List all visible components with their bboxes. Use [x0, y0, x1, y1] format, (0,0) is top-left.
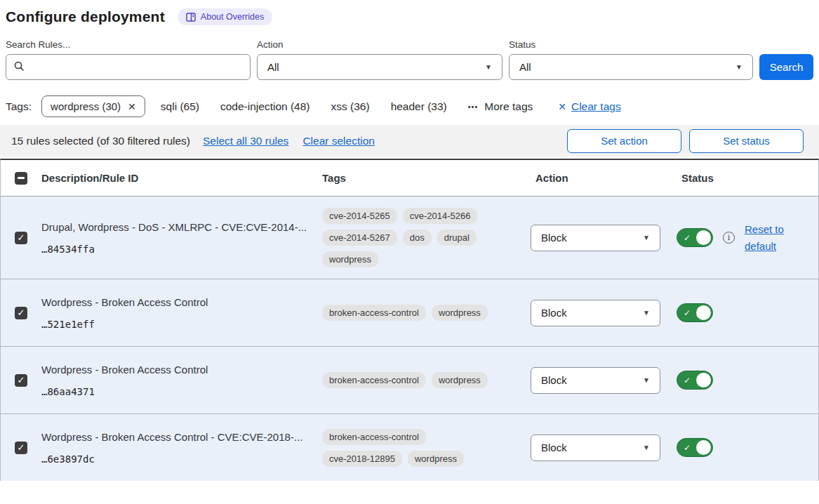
- rule-description: Wordpress - Broken Access Control: [41, 296, 312, 310]
- selection-summary: 15 rules selected (of 30 filtered rules): [11, 135, 190, 147]
- check-icon: ✓: [684, 308, 691, 318]
- selected-tag-chip[interactable]: wordpress (30) ✕: [41, 95, 145, 117]
- search-button[interactable]: Search: [759, 54, 813, 80]
- select-all-checkbox[interactable]: [15, 172, 27, 185]
- table-header-row: Description/Rule ID Tags Action Status: [1, 160, 818, 197]
- rule-description-cell: Wordpress - Broken Access Control - CVE:…: [41, 430, 322, 465]
- status-toggle[interactable]: ✓: [677, 371, 713, 390]
- chevron-down-icon: ▼: [735, 63, 743, 71]
- rule-id: …6e3897dc: [41, 453, 312, 465]
- check-icon: ✓: [18, 307, 25, 318]
- more-tags-button[interactable]: ••• More tags: [468, 100, 533, 113]
- selection-bar: 15 rules selected (of 30 filtered rules)…: [0, 125, 819, 157]
- tag-pill: broken-access-control: [322, 429, 426, 445]
- tag-filter-list: sqli (65)code-injection (48)xss (36)head…: [161, 100, 468, 113]
- action-filter-label: Action: [257, 39, 502, 50]
- column-header-status: Status: [677, 172, 818, 184]
- book-icon: [186, 13, 196, 22]
- rule-tags: broken-access-controlcve-2018-12895wordp…: [322, 429, 507, 467]
- rule-action-select[interactable]: Block ▼: [531, 225, 660, 251]
- about-overrides-badge[interactable]: About Overrides: [178, 8, 272, 25]
- tag-pill: cve-2018-12895: [322, 451, 402, 467]
- rule-action-select[interactable]: Block ▼: [531, 435, 660, 461]
- chevron-down-icon: ▼: [643, 376, 650, 384]
- remove-tag-icon[interactable]: ✕: [128, 101, 136, 112]
- tag-filter[interactable]: header (33): [391, 100, 447, 112]
- reset-to-default-link[interactable]: Reset to default: [745, 221, 788, 255]
- status-toggle[interactable]: ✓: [677, 303, 713, 322]
- check-icon: ✓: [18, 375, 25, 385]
- search-rules-label: Search Rules...: [6, 39, 251, 50]
- rule-tags: broken-access-controlwordpress: [322, 305, 507, 321]
- rule-id: …84534ffa: [41, 244, 312, 255]
- rule-id: …86aa4371: [41, 386, 312, 397]
- tag-pill: wordpress: [408, 451, 464, 467]
- rule-action-value: Block: [541, 374, 567, 386]
- rule-action-select[interactable]: Block ▼: [531, 367, 660, 394]
- filters-bar: Search Rules... Action All ▼ Status All …: [6, 39, 813, 80]
- rule-action-value: Block: [541, 442, 567, 453]
- tag-filter[interactable]: xss (36): [331, 100, 370, 112]
- set-action-button[interactable]: Set action: [567, 129, 681, 153]
- clear-tags-link[interactable]: ✕ Clear tags: [558, 100, 620, 113]
- tag-pill: broken-access-control: [322, 305, 426, 321]
- rule-tags: cve-2014-5265cve-2014-5266cve-2014-5267d…: [322, 208, 507, 267]
- tag-filter[interactable]: sqli (65): [161, 100, 199, 112]
- table-row: ✓ Wordpress - Broken Access Control …86a…: [1, 346, 818, 413]
- check-icon: ✓: [684, 376, 691, 385]
- status-filter-select[interactable]: All ▼: [509, 54, 753, 80]
- status-toggle[interactable]: ✓: [677, 438, 713, 457]
- table-body: ✓ Drupal, Wordpress - DoS - XMLRPC - CVE…: [1, 197, 818, 481]
- page-header: Configure deployment About Overrides: [6, 8, 813, 25]
- rule-description-cell: Drupal, Wordpress - DoS - XMLRPC - CVE:C…: [41, 220, 322, 255]
- tag-pill: wordpress: [432, 372, 488, 388]
- tags-label: Tags:: [6, 100, 32, 113]
- row-checkbox[interactable]: ✓: [15, 307, 27, 319]
- column-header-action: Action: [531, 172, 677, 184]
- row-checkbox[interactable]: ✓: [15, 232, 27, 244]
- row-checkbox[interactable]: ✓: [15, 374, 27, 387]
- action-filter-value: All: [267, 61, 279, 73]
- tag-pill: broken-access-control: [322, 372, 426, 388]
- status-toggle[interactable]: ✓: [677, 228, 713, 247]
- status-filter-label: Status: [509, 39, 753, 50]
- rule-tags: broken-access-controlwordpress: [322, 372, 507, 388]
- set-status-button[interactable]: Set status: [689, 129, 804, 153]
- column-header-tags: Tags: [322, 172, 531, 184]
- search-rules-box[interactable]: [6, 54, 251, 80]
- rule-action-select[interactable]: Block ▼: [531, 300, 660, 326]
- check-icon: ✓: [684, 233, 691, 243]
- check-icon: ✓: [684, 443, 691, 453]
- toggle-knob: [696, 230, 711, 245]
- info-icon[interactable]: i: [723, 232, 735, 244]
- page-title: Configure deployment: [6, 8, 165, 25]
- table-row: ✓ Wordpress - Broken Access Control - CV…: [1, 413, 818, 481]
- check-icon: ✓: [18, 442, 25, 453]
- row-checkbox[interactable]: ✓: [15, 442, 27, 454]
- rule-description: Drupal, Wordpress - DoS - XMLRPC - CVE:C…: [41, 220, 312, 234]
- rule-description-cell: Wordpress - Broken Access Control …86aa4…: [41, 363, 322, 397]
- tag-pill: wordpress: [322, 251, 378, 267]
- table-row: ✓ Drupal, Wordpress - DoS - XMLRPC - CVE…: [1, 197, 818, 279]
- chevron-down-icon: ▼: [643, 309, 650, 317]
- more-tags-label: More tags: [484, 100, 533, 113]
- check-icon: ✓: [18, 232, 25, 243]
- rule-id: …521e1eff: [41, 319, 312, 330]
- clear-selection-link[interactable]: Clear selection: [302, 135, 375, 147]
- toggle-knob: [696, 305, 711, 320]
- rule-description-cell: Wordpress - Broken Access Control …521e1…: [41, 296, 322, 330]
- tag-filter[interactable]: code-injection (48): [220, 100, 310, 112]
- toggle-knob: [696, 373, 711, 387]
- search-rules-input[interactable]: [30, 61, 243, 73]
- chevron-down-icon: ▼: [643, 444, 650, 451]
- about-overrides-label: About Overrides: [201, 12, 264, 22]
- tag-pill: cve-2014-5267: [322, 230, 397, 246]
- close-icon: ✕: [558, 101, 566, 112]
- selected-tag-label: wordpress (30): [51, 100, 121, 112]
- action-filter-select[interactable]: All ▼: [257, 54, 502, 80]
- tags-bar: Tags: wordpress (30) ✕ sqli (65)code-inj…: [6, 95, 813, 117]
- rule-description: Wordpress - Broken Access Control: [41, 363, 312, 377]
- status-filter-value: All: [519, 61, 531, 73]
- select-all-link[interactable]: Select all 30 rules: [203, 135, 288, 147]
- rules-table: Description/Rule ID Tags Action Status ✓…: [0, 159, 819, 481]
